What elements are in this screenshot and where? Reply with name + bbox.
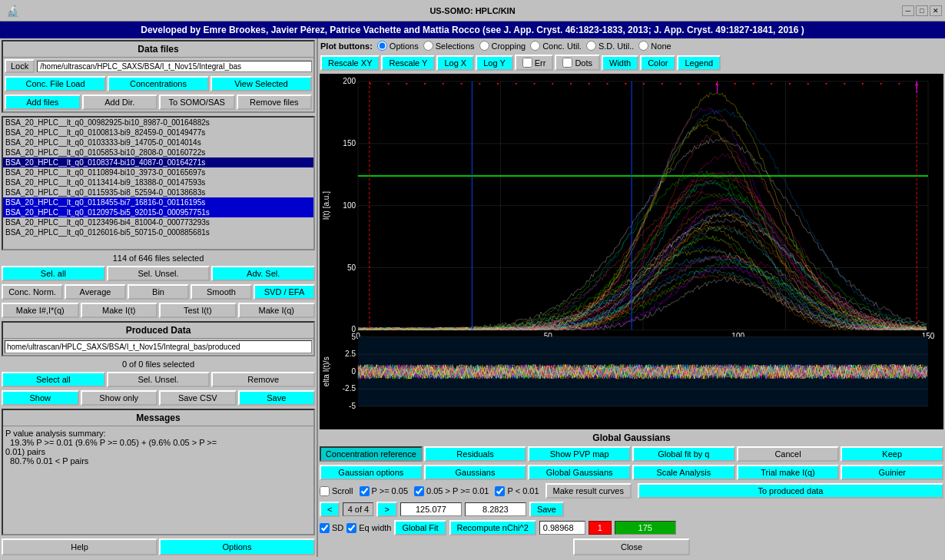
nav-forward-button[interactable]: > xyxy=(376,502,396,517)
window-controls[interactable]: ─ □ ✕ xyxy=(902,5,942,16)
rescale-xy-button[interactable]: Rescale XY xyxy=(320,55,380,71)
radio-selections-input[interactable] xyxy=(423,41,433,51)
gaussians-button[interactable]: Gaussians xyxy=(424,465,527,480)
guinier-button[interactable]: Guinier xyxy=(841,465,943,480)
smooth-button[interactable]: Smooth xyxy=(191,284,252,300)
list-item[interactable]: BSA_20_HPLC__lt_q0_0120975-bi5_92015-0_0… xyxy=(3,207,313,217)
legend-button[interactable]: Legend xyxy=(677,55,721,71)
view-selected-button[interactable]: View Selected xyxy=(211,76,312,91)
close-button[interactable]: Close xyxy=(573,538,690,555)
radio-conc-util[interactable]: Conc. Util. xyxy=(530,41,582,51)
005-gt-p-ge-001-checkbox[interactable] xyxy=(414,486,424,496)
svd-efa-button[interactable]: SVD / EFA xyxy=(254,284,315,300)
radio-options[interactable]: Options xyxy=(377,41,419,51)
remove-files-button[interactable]: Remove files xyxy=(237,94,313,110)
radio-cropping-input[interactable] xyxy=(479,41,489,51)
close-window-button[interactable]: ✕ xyxy=(930,5,942,16)
show-only-prod-button[interactable]: Show only xyxy=(81,390,158,406)
list-item[interactable]: BSA_20_HPLC__lt_q0_0126016-bi5_50715-0_0… xyxy=(3,227,313,237)
cancel-button[interactable]: Cancel xyxy=(737,446,840,462)
make-it-button[interactable]: Make I(t) xyxy=(81,303,158,318)
list-item[interactable]: BSA_20_HPLC__lt_q0_0100813-bi9_82459-0_0… xyxy=(3,128,313,138)
select-all-prod-button[interactable]: Select all xyxy=(2,372,105,387)
005-gt-p-ge-001-check[interactable]: 0.05 > P >= 0.01 xyxy=(414,486,489,496)
rescale-y-button[interactable]: Rescale Y xyxy=(381,55,435,71)
conc-norm-button[interactable]: Conc. Norm. xyxy=(2,284,63,300)
radio-options-input[interactable] xyxy=(377,41,387,51)
radio-conc-util-input[interactable] xyxy=(530,41,540,51)
scroll-checkbox[interactable] xyxy=(320,486,330,496)
p-lt-001-check[interactable]: P < 0.01 xyxy=(495,486,539,496)
sel-unsel-prod-button[interactable]: Sel. Unsel. xyxy=(107,372,211,387)
gaussian-options-button[interactable]: Gaussian options xyxy=(320,465,423,480)
list-item[interactable]: BSA_20_HPLC__lt_q0_0110894-bi10_3973-0_0… xyxy=(3,167,313,177)
err-button[interactable]: Err xyxy=(515,55,554,71)
radio-sd-util[interactable]: S.D. Util.. xyxy=(586,41,634,51)
err-checkbox[interactable] xyxy=(522,58,532,68)
show-prod-button[interactable]: Show xyxy=(2,390,79,406)
eq-width-checkbox[interactable] xyxy=(346,523,356,533)
save-csv-prod-button[interactable]: Save CSV xyxy=(159,390,237,406)
global-gaussians-button[interactable]: Global Gaussians xyxy=(528,465,631,480)
radio-cropping[interactable]: Cropping xyxy=(479,41,526,51)
trial-make-button[interactable]: Trial make I(q) xyxy=(737,465,840,480)
log-y-button[interactable]: Log Y xyxy=(476,55,513,71)
width-button[interactable]: Width xyxy=(602,55,638,71)
scroll-check[interactable]: Scroll xyxy=(320,486,353,496)
dots-checkbox[interactable] xyxy=(562,58,572,68)
make-iq-button[interactable]: Make I(q) xyxy=(238,303,316,318)
global-fit-by-q-button[interactable]: Global fit by q xyxy=(632,446,735,462)
scale-analysis-button[interactable]: Scale Analysis xyxy=(632,465,735,480)
conc-file-load-button[interactable]: Conc. File Load xyxy=(5,76,106,91)
sel-unsel-button[interactable]: Sel. Unsel. xyxy=(107,266,211,281)
add-dir-button[interactable]: Add Dir. xyxy=(82,94,158,110)
p-ge-005-check[interactable]: P >= 0.05 xyxy=(360,486,409,496)
test-it-button[interactable]: Test I(t) xyxy=(159,303,237,318)
list-item[interactable]: BSA_20_HPLC__lt_q0_0115935-bi8_52594-0_0… xyxy=(3,187,313,197)
recompute-button[interactable]: Recompute nChi^2 xyxy=(449,520,536,535)
radio-selections[interactable]: Selections xyxy=(423,41,475,51)
options-button[interactable]: Options xyxy=(159,538,315,555)
sel-all-button[interactable]: Sel. all xyxy=(2,266,105,281)
keep-button[interactable]: Keep xyxy=(841,446,943,462)
color-button[interactable]: Color xyxy=(640,55,675,71)
list-item[interactable]: BSA_20_HPLC__lt_q0_0123496-bi4_81004-0_0… xyxy=(3,217,313,227)
nav-back-button[interactable]: < xyxy=(320,502,340,517)
radio-sd-util-input[interactable] xyxy=(586,41,596,51)
file-list[interactable]: BSA_20_HPLC__lt_q0_00982925-bi10_8987-0_… xyxy=(2,116,315,250)
list-item[interactable]: BSA_20_HPLC__lt_q0_0113414-bi9_18388-0_0… xyxy=(3,177,313,187)
concentrations-button[interactable]: Concentrations xyxy=(108,76,209,91)
p-ge-005-checkbox[interactable] xyxy=(360,486,370,496)
make-ift-button[interactable]: Make I#,I*(q) xyxy=(2,303,79,318)
average-button[interactable]: Average xyxy=(65,284,126,300)
save-prod-button[interactable]: Save xyxy=(238,390,316,406)
list-item[interactable]: BSA_20_HPLC__lt_q0_0108374-bi10_4087-0_0… xyxy=(3,157,313,167)
sd-checkbox[interactable] xyxy=(320,523,330,533)
help-button[interactable]: Help xyxy=(2,538,158,555)
list-item[interactable]: BSA_20_HPLC__lt_q0_0118455-bi7_16816-0_0… xyxy=(3,197,313,207)
lock-button[interactable]: Lock xyxy=(5,59,35,73)
eq-width-check[interactable]: Eq width xyxy=(346,523,391,533)
remove-prod-button[interactable]: Remove xyxy=(211,372,315,387)
minimize-button[interactable]: ─ xyxy=(902,5,914,16)
maximize-button[interactable]: □ xyxy=(916,5,928,16)
concentration-reference-button[interactable]: Concentration reference xyxy=(320,446,423,462)
make-result-curves-button[interactable]: Make result curves xyxy=(545,483,632,499)
bin-button[interactable]: Bin xyxy=(128,284,189,300)
dots-button[interactable]: Dots xyxy=(555,55,600,71)
to-produced-data-button[interactable]: To produced data xyxy=(638,483,943,499)
to-somo-button[interactable]: To SOMO/SAS xyxy=(159,94,235,110)
list-item[interactable]: BSA_20_HPLC__lt_q0_00982925-bi10_8987-0_… xyxy=(3,118,313,128)
list-item[interactable]: BSA_20_HPLC__lt_q0_0105853-bi10_2808-0_0… xyxy=(3,147,313,157)
show-pvp-map-button[interactable]: Show PVP map xyxy=(528,446,631,462)
add-files-button[interactable]: Add files xyxy=(5,94,81,110)
residuals-button[interactable]: Residuals xyxy=(424,446,527,462)
save-button[interactable]: Save xyxy=(529,502,564,517)
adv-sel-button[interactable]: Adv. Sel. xyxy=(211,266,315,281)
global-fit-button[interactable]: Global Fit xyxy=(394,520,446,535)
radio-none[interactable]: None xyxy=(638,41,671,51)
radio-none-input[interactable] xyxy=(638,41,648,51)
sd-check[interactable]: SD xyxy=(320,523,343,533)
log-x-button[interactable]: Log X xyxy=(436,55,474,71)
p-lt-001-checkbox[interactable] xyxy=(495,486,505,496)
